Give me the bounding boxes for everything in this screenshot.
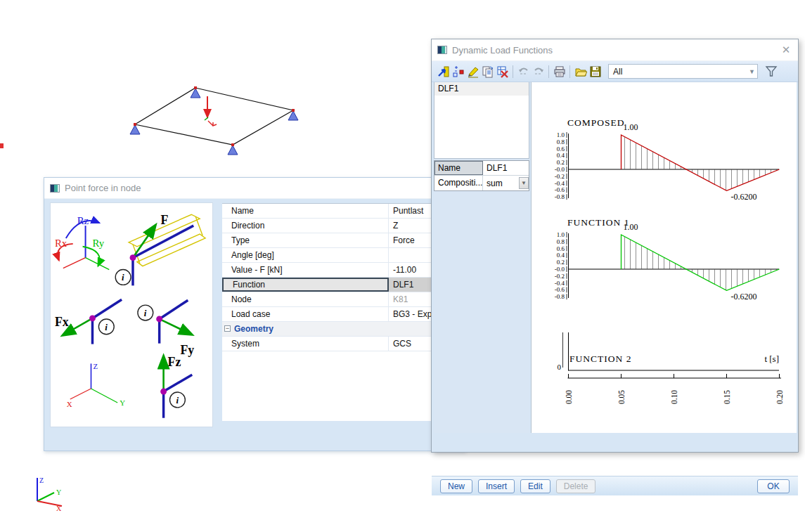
svg-text:-0.8: -0.8 (555, 293, 565, 300)
svg-text:0.6: 0.6 (557, 145, 565, 153)
fy-label: Fy (180, 343, 194, 357)
dlf-dialog: Dynamic Load Functions ✕ (431, 39, 799, 453)
axis-y-label: Y (120, 398, 125, 407)
property-row[interactable]: Angle [deg] (222, 248, 466, 263)
svg-text:0.2: 0.2 (557, 259, 565, 266)
property-row[interactable]: NodeK81 (222, 292, 466, 307)
toolbar-separator (548, 65, 549, 78)
send-to-model-icon[interactable] (436, 65, 451, 79)
property-row[interactable]: Name DLF1 (434, 161, 529, 176)
dialog-icon (50, 184, 60, 193)
property-row[interactable]: Compositi... sum ▼ (434, 176, 529, 190)
svg-text:-0.8: -0.8 (555, 193, 565, 200)
chevron-down-icon[interactable]: ▼ (519, 177, 529, 189)
fx-label: Fx (55, 315, 69, 329)
ucs-axes: Z Y X (21, 472, 70, 514)
property-row[interactable]: Value - F [kN]-11.00 (222, 263, 466, 278)
fz-icon: i Fz (160, 355, 192, 417)
edit-button[interactable]: Edit (520, 479, 550, 493)
insert-button[interactable]: Insert (478, 479, 515, 493)
property-label: System (222, 337, 389, 351)
filter-combobox[interactable]: All ▼ (608, 64, 758, 79)
function-list[interactable]: DLF1 (434, 82, 529, 159)
fz-label: Fz (168, 355, 181, 369)
delete-icon[interactable] (495, 65, 510, 79)
property-label: Name (222, 204, 389, 218)
collapse-icon[interactable]: − (224, 325, 231, 332)
print-icon[interactable] (552, 65, 567, 79)
svg-text:-0.2: -0.2 (555, 173, 565, 180)
copy-icon[interactable] (480, 65, 495, 79)
list-item[interactable]: DLF1 (434, 82, 529, 96)
svg-text:-0.0: -0.0 (555, 166, 565, 173)
svg-text:0.20: 0.20 (775, 390, 784, 404)
svg-text:1.0: 1.0 (557, 231, 565, 238)
property-grid: NamePuntlastDirectionZTypeForceAngle [de… (222, 203, 466, 421)
svg-text:0.6: 0.6 (557, 245, 565, 252)
open-icon[interactable] (573, 65, 588, 79)
toolbar-separator (513, 65, 513, 78)
plate-outline (135, 88, 293, 145)
svg-text:FUNCTION 1: FUNCTION 1 (567, 217, 629, 228)
axis-z-label: Z (93, 362, 98, 370)
new-item-icon[interactable] (451, 65, 465, 79)
ok-button[interactable]: OK (757, 479, 790, 493)
svg-text:1.00: 1.00 (624, 222, 638, 232)
property-row[interactable]: −Geometry (222, 322, 466, 337)
property-label: Name (434, 161, 483, 175)
dlf-left-panel: DLF1 Name DLF1 Compositi... sum ▼ (434, 82, 529, 433)
property-row[interactable]: TypeForce (222, 233, 466, 248)
property-row[interactable]: FunctionDLF1 (222, 278, 466, 292)
svg-text:COMPOSED: COMPOSED (567, 117, 625, 128)
redo-icon[interactable] (531, 65, 546, 79)
force-on-beam-icon: i F (115, 213, 205, 285)
svg-text:0.4: 0.4 (557, 152, 565, 159)
undo-icon[interactable] (516, 65, 531, 79)
property-row[interactable]: Load caseBG3 - Expl (222, 307, 466, 322)
filter-icon[interactable] (764, 65, 778, 79)
property-label: Type (222, 233, 389, 247)
property-label: Compositi... (434, 176, 483, 190)
property-label: Node (222, 292, 389, 306)
svg-text:0: 0 (558, 363, 562, 371)
edit-icon[interactable] (465, 65, 480, 79)
property-label: −Geometry (222, 322, 466, 336)
ucs-y-label: Y (56, 488, 61, 496)
svg-text:-0.4: -0.4 (555, 180, 565, 187)
point-force-dialog: Point force in node Rz Rx Ry (44, 177, 465, 451)
property-row[interactable]: SystemGCS (222, 337, 466, 351)
new-button[interactable]: New (440, 479, 472, 493)
svg-text:-0.0: -0.0 (555, 266, 565, 273)
chart-panel: COMPOSED1.00.80.60.40.2-0.0-0.2-0.4-0.6-… (531, 82, 797, 433)
property-value[interactable]: sum ▼ (483, 176, 529, 190)
svg-text:0.8: 0.8 (557, 138, 565, 145)
info-icon: i (122, 273, 124, 283)
f-label: F (161, 213, 169, 227)
svg-text:-0.6: -0.6 (555, 286, 565, 293)
model-view[interactable] (105, 67, 316, 165)
property-row[interactable]: NamePuntlast (222, 204, 466, 219)
property-value[interactable]: DLF1 (483, 161, 529, 175)
edge-selection-mark (0, 143, 4, 148)
svg-text:-0.2: -0.2 (555, 273, 565, 280)
delete-button[interactable]: Delete (556, 479, 596, 493)
function-properties: Name DLF1 Compositi... sum ▼ (434, 160, 529, 191)
svg-text:0.00: 0.00 (565, 390, 573, 404)
dlf-button-bar: NewInsertEditDeleteOK (432, 476, 798, 495)
save-icon[interactable] (588, 65, 603, 79)
svg-text:i: i (176, 396, 179, 406)
svg-text:0.10: 0.10 (670, 390, 678, 404)
svg-text:0.2: 0.2 (557, 159, 565, 166)
property-label: Load case (222, 307, 389, 321)
fy-icon: i Fy (138, 300, 194, 356)
point-force-titlebar[interactable]: Point force in node (44, 178, 465, 199)
property-row[interactable]: DirectionZ (222, 219, 466, 233)
dlf-titlebar[interactable]: Dynamic Load Functions ✕ (432, 39, 798, 61)
svg-text:0.4: 0.4 (557, 252, 565, 259)
xyz-axes-icon: Z X Y (67, 362, 125, 408)
chevron-down-icon[interactable]: ▼ (747, 68, 757, 75)
close-icon[interactable]: ✕ (780, 44, 792, 56)
ucs-x-label: X (56, 505, 62, 512)
rx-label: Rx (55, 238, 67, 249)
svg-text:0.15: 0.15 (723, 390, 731, 404)
